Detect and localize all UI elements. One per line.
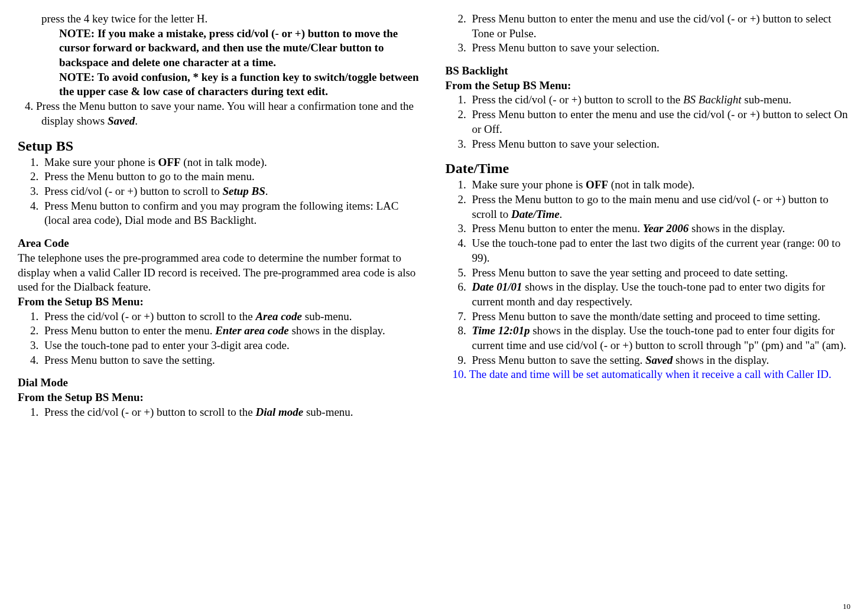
list-item-blue: 10. The date and time will be set automa…	[446, 367, 850, 382]
note-text: NOTE: To avoid confusion, * key is a fun…	[18, 70, 422, 99]
from-setup-label: From the Setup BS Menu:	[446, 79, 850, 93]
list-item: Press the Menu button to go to the main …	[469, 193, 850, 221]
list-item: Press the cid/vol (- or +) button to scr…	[41, 405, 422, 420]
list-item: Make sure your phone is OFF (not in talk…	[469, 178, 850, 193]
list-item: Press Menu button to enter the menu and …	[469, 12, 850, 41]
note-text: NOTE: If you make a mistake, press cid/v…	[18, 27, 422, 70]
datetime-list: Make sure your phone is OFF (not in talk…	[446, 178, 850, 367]
datetime-heading: Date/Time	[446, 159, 850, 178]
list-item: Press cid/vol (- or +) button to scroll …	[41, 184, 422, 199]
setup-bs-heading: Setup BS	[18, 137, 422, 155]
list-item: Press Menu button to save the setting.	[41, 353, 422, 368]
list-item: Press Menu button to enter the menu. Yea…	[469, 221, 850, 236]
list-item: Press Menu button to save the year setti…	[469, 266, 850, 281]
list-item: Press Menu button to enter the menu. Ent…	[41, 324, 422, 338]
list-item: Press Menu button to confirm and you may…	[41, 199, 422, 228]
list-item: Time 12:01p shows in the display. Use th…	[469, 324, 850, 353]
left-column: press the 4 key twice for the letter H. …	[18, 12, 422, 419]
area-code-list: Press the cid/vol (- or +) button to scr…	[18, 309, 422, 368]
list-item: Use the touch-tone pad to enter the last…	[469, 236, 850, 265]
dial-mode-heading: Dial Mode	[18, 376, 422, 390]
bs-backlight-list: Press the cid/vol (- or +) button to scr…	[446, 93, 850, 151]
list-item: Press the Menu button to go to the main …	[41, 170, 422, 184]
dial-mode-list-cont: Press Menu button to enter the menu and …	[446, 12, 850, 56]
area-code-heading: Area Code	[18, 236, 422, 251]
dial-mode-list: Press the cid/vol (- or +) button to scr…	[18, 405, 422, 420]
list-item: Date 01/01 shows in the display. Use the…	[469, 280, 850, 309]
list-step: 4. Press the Menu button to save your na…	[18, 99, 422, 128]
bs-backlight-heading: BS Backlight	[446, 64, 850, 79]
step-text: Press the Menu button to save your name.…	[36, 100, 414, 127]
list-item: Press Menu button to enter the menu and …	[469, 107, 850, 136]
from-setup-label: From the Setup BS Menu:	[18, 295, 422, 309]
list-item: Press Menu button to save the month/date…	[469, 309, 850, 324]
text-line: press the 4 key twice for the letter H.	[18, 12, 422, 27]
setup-bs-list: Make sure your phone is OFF (not in talk…	[18, 155, 422, 228]
area-code-intro: The telephone uses the pre-programmed ar…	[18, 251, 422, 295]
list-item: Use the touch-tone pad to enter your 3-d…	[41, 338, 422, 353]
right-column: Press Menu button to enter the menu and …	[446, 12, 850, 419]
list-item: Press Menu button to save your selection…	[469, 41, 850, 56]
list-item: Press the cid/vol (- or +) button to scr…	[41, 309, 422, 324]
saved-label: Saved	[108, 115, 135, 127]
from-setup-label: From the Setup BS Menu:	[18, 390, 422, 405]
list-item: Press Menu button to save your selection…	[469, 137, 850, 152]
step-number: 4.	[25, 100, 36, 112]
list-item: Press the cid/vol (- or +) button to scr…	[469, 93, 850, 107]
step-text: .	[135, 115, 138, 127]
list-item: Press Menu button to save the setting. S…	[469, 353, 850, 368]
list-item: Make sure your phone is OFF (not in talk…	[41, 155, 422, 170]
